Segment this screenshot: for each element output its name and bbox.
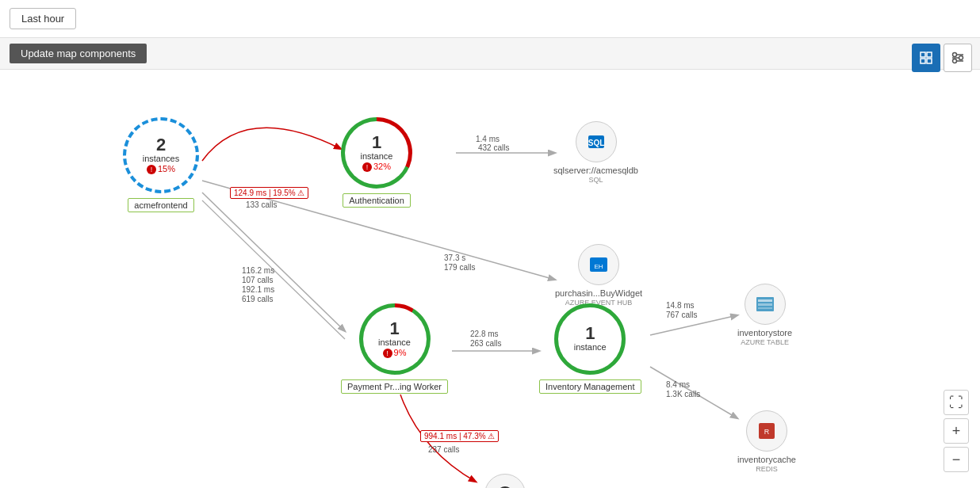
inventorystore-sublabel: AZURE TABLE	[741, 338, 789, 346]
fabrikam-icon: FP	[484, 474, 526, 488]
svg-point-5	[959, 56, 963, 60]
svg-line-15	[202, 200, 345, 339]
payment-node[interactable]: 1 instance !9% Payment Pr...ing Worker	[341, 303, 448, 394]
svg-line-14	[202, 193, 345, 331]
svg-point-4	[953, 53, 957, 57]
svg-line-18	[650, 315, 737, 335]
edge-label-pay-inv-calls: 263 calls	[470, 339, 501, 348]
edge-label-eventhub-ms: 37.3 s	[444, 254, 465, 262]
inventorycache-label: inventorycache	[737, 455, 796, 464]
map-canvas: 2 instances !15% acmefrontend 1 instance…	[0, 70, 980, 488]
inventorystore-icon	[745, 284, 786, 325]
svg-text:SQL: SQL	[588, 139, 604, 147]
svg-rect-27	[758, 307, 772, 309]
svg-rect-26	[758, 303, 772, 306]
layout-button[interactable]	[912, 44, 940, 72]
sql-icon: SQL	[576, 121, 617, 162]
edge-label-acme-auth-ms: 124.9 ms | 19.5% ⚠	[230, 187, 308, 199]
svg-rect-0	[921, 52, 925, 57]
zoom-out-button[interactable]: −	[944, 447, 969, 472]
last-hour-button[interactable]: Last hour	[10, 8, 76, 29]
edge-label-acme-pay2-calls: 619 calls	[242, 295, 273, 303]
inventorycache-sublabel: REDIS	[756, 465, 778, 473]
svg-text:R: R	[764, 428, 770, 436]
inventorystore-node[interactable]: inventorystore AZURE TABLE	[737, 284, 792, 346]
zoom-fit-button[interactable]: ⛶	[944, 390, 969, 415]
payment-label: Payment Pr...ing Worker	[341, 379, 448, 394]
update-map-button[interactable]: Update map components	[10, 44, 147, 63]
edge-label-inv-store-calls: 767 calls	[666, 311, 697, 319]
svg-rect-2	[921, 59, 925, 63]
inventorycache-icon: R	[746, 410, 787, 452]
eventhub-icon: EH	[578, 244, 619, 285]
inventory-label: Inventory Management	[539, 379, 641, 394]
edge-label-acme-auth-calls: 133 calls	[246, 200, 277, 209]
acmefrontend-label: acmefrontend	[128, 198, 193, 212]
edge-label-inv-cache-ms: 8.4 ms	[666, 380, 690, 389]
acmefrontend-node[interactable]: 2 instances !15% acmefrontend	[123, 117, 199, 212]
sql-sublabel: SQL	[588, 176, 603, 184]
edge-label-pay-fab-calls: 237 calls	[428, 445, 459, 454]
authentication-node[interactable]: 1 instance !32% Authentication	[341, 117, 412, 208]
svg-rect-1	[927, 52, 932, 57]
filter-button[interactable]	[944, 44, 972, 72]
zoom-controls: ⛶ + −	[944, 390, 969, 472]
edge-label-auth-sql-calls: 432 calls	[478, 143, 509, 152]
edge-label-eventhub-calls: 179 calls	[444, 263, 475, 272]
sql-label: sqlserver://acmesqldb	[553, 166, 638, 175]
authentication-label: Authentication	[343, 193, 411, 208]
right-toolbar	[912, 44, 972, 72]
edge-label-inv-store-ms: 14.8 ms	[666, 301, 695, 310]
update-bar: Update map components	[0, 38, 980, 70]
edge-label-acme-pay1-calls: 107 calls	[242, 276, 273, 284]
fabrikam-node[interactable]: FP fabrikampayments.com	[460, 474, 550, 488]
edge-label-pay-fab-ms: 994.1 ms | 47.3% ⚠	[420, 430, 499, 442]
svg-text:EH: EH	[594, 263, 603, 270]
inventorycache-node[interactable]: R inventorycache REDIS	[737, 410, 796, 473]
svg-point-6	[953, 59, 957, 63]
svg-line-19	[650, 367, 737, 418]
edge-label-acme-pay1-ms: 116.2 ms	[242, 266, 274, 275]
edge-label-inv-cache-calls: 1.3K calls	[666, 390, 700, 398]
edge-label-acme-pay2-ms: 192.1 ms	[242, 285, 274, 294]
eventhub-label: purchasin...BuyWidget	[555, 288, 642, 298]
sql-node[interactable]: SQL sqlserver://acmesqldb SQL	[553, 121, 638, 184]
inventorystore-label: inventorystore	[737, 328, 792, 337]
inventory-node[interactable]: 1 instance Inventory Management	[539, 303, 641, 394]
eventhub-node[interactable]: EH purchasin...BuyWidget AZURE EVENT HUB	[555, 244, 642, 307]
svg-rect-25	[758, 299, 772, 302]
edge-label-pay-inv-ms: 22.8 ms	[470, 330, 499, 338]
edge-label-auth-sql-ms: 1.4 ms	[476, 135, 500, 143]
svg-rect-3	[927, 59, 932, 63]
top-bar: Last hour	[0, 0, 980, 38]
zoom-in-button[interactable]: +	[944, 418, 969, 444]
